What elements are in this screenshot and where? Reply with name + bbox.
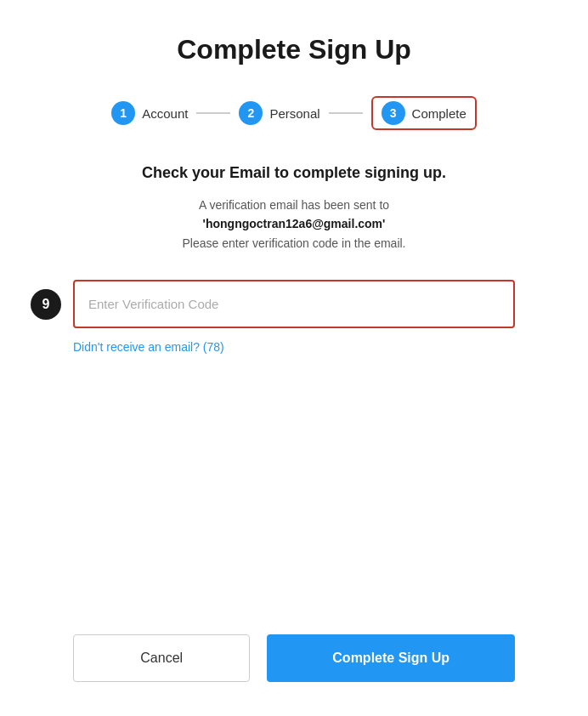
verification-code-input[interactable] <box>73 280 515 328</box>
page-container: Complete Sign Up 1 Account 2 Personal 3 … <box>0 0 588 716</box>
cancel-button[interactable]: Cancel <box>73 634 250 682</box>
step-circle-2: 2 <box>239 101 263 125</box>
step-label-account: Account <box>142 106 188 121</box>
email-desc-line1: A verification email has been sent to <box>199 198 389 212</box>
buttons-section: Cancel Complete Sign Up <box>73 532 515 682</box>
input-wrapper: 9 Didn't receive an email? (78) <box>73 280 515 354</box>
email-section-title: Check your Email to complete signing up. <box>142 164 446 182</box>
step-label-personal: Personal <box>269 106 319 121</box>
separator-2 <box>329 112 363 114</box>
step-circle-3: 3 <box>382 101 405 125</box>
step-complete-active: 3 Complete <box>371 96 477 130</box>
step-personal: 2 Personal <box>239 101 319 125</box>
stepper: 1 Account 2 Personal 3 Complete <box>111 96 477 130</box>
step-label-complete: Complete <box>412 106 466 121</box>
separator-1 <box>196 112 230 114</box>
verification-input-section: 9 <box>73 280 515 328</box>
email-desc-line2: Please enter verification code in the em… <box>182 236 405 250</box>
email-section-description: A verification email has been sent to 'h… <box>142 196 446 253</box>
email-address: 'hongngoctran12a6@gmail.com' <box>203 217 386 230</box>
complete-signup-button[interactable]: Complete Sign Up <box>267 634 515 682</box>
page-title: Complete Sign Up <box>177 34 411 65</box>
step-badge: 9 <box>31 289 61 320</box>
step-account: 1 Account <box>111 101 188 125</box>
resend-email-link[interactable]: Didn't receive an email? (78) <box>73 340 224 354</box>
email-section: Check your Email to complete signing up.… <box>142 164 446 253</box>
step-circle-1: 1 <box>111 101 135 125</box>
